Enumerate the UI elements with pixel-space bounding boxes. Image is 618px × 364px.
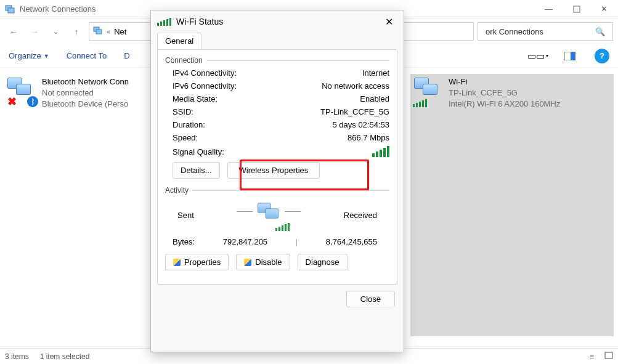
disable-button[interactable]: Disable: [236, 254, 290, 270]
signal-quality-icon: [372, 146, 389, 157]
speed-value: 866.7 Mbps: [348, 133, 389, 142]
search-box[interactable]: ork Connections 🔍: [478, 22, 613, 41]
details-button[interactable]: Details...: [173, 162, 220, 179]
dialog-title-bar: Wi-Fi Status ✕: [151, 10, 404, 33]
diagnose-button[interactable]: Diagnose: [298, 254, 348, 270]
app-icon: [5, 4, 15, 14]
tab-general[interactable]: General: [157, 33, 201, 49]
organize-menu[interactable]: Organize▼: [9, 51, 49, 60]
address-icon: [93, 26, 103, 37]
signal-quality-label: Signal Quality:: [173, 147, 224, 156]
shield-icon: [173, 259, 181, 266]
connect-to-button[interactable]: Connect To: [67, 51, 107, 60]
adapter-device: Bluetooth Device (Perso: [42, 99, 129, 110]
disconnected-x-icon: ✖: [7, 97, 17, 106]
preview-pane-button[interactable]: [563, 49, 577, 63]
dialog-close-button[interactable]: ✕: [380, 13, 397, 30]
section-connection: Connection: [165, 56, 389, 65]
duration-label: Duration:: [173, 120, 205, 129]
status-count: 3 items: [5, 352, 29, 361]
ipv6-label: IPv6 Connectivity:: [173, 81, 237, 91]
close-window-button[interactable]: ✕: [590, 0, 618, 18]
breadcrumb-prefix: «: [107, 28, 110, 35]
adapter-name: Bluetooth Network Conn: [42, 76, 129, 87]
svg-rect-1: [8, 8, 14, 13]
bluetooth-adapter-icon: ✖ ᛒ: [7, 76, 37, 106]
duration-value: 5 days 02:54:53: [332, 120, 389, 129]
ipv4-label: IPv4 Connectivity:: [173, 68, 237, 78]
search-icon: 🔍: [595, 27, 605, 36]
signal-bars-icon: [275, 223, 290, 231]
dialog-title: Wi-Fi Status: [176, 17, 223, 26]
adapter-name: Wi-Fi: [449, 76, 560, 87]
bytes-label: Bytes:: [173, 237, 195, 246]
breadcrumb-item[interactable]: Net: [114, 27, 126, 36]
view-large-icon[interactable]: [604, 352, 613, 361]
bluetooth-icon: ᛒ: [27, 96, 38, 107]
received-label: Received: [344, 211, 377, 220]
received-bytes: 8,764,245,655: [326, 237, 377, 246]
dialog-pane: Connection IPv4 Connectivity:Internet IP…: [157, 49, 397, 285]
adapter-wifi[interactable]: Wi-Fi TP-Link_CCFE_5G Intel(R) Wi-Fi 6 A…: [410, 74, 614, 336]
forward-button[interactable]: →: [26, 23, 43, 40]
minimize-button[interactable]: —: [535, 0, 563, 18]
sent-bytes: 792,847,205: [223, 237, 267, 246]
svg-rect-6: [571, 52, 575, 60]
bytes-row: Bytes: 792,847,205 | 8,764,245,655: [173, 237, 377, 246]
ssid-label: SSID:: [173, 107, 193, 116]
svg-rect-7: [605, 352, 612, 358]
help-button[interactable]: ?: [595, 49, 609, 63]
maximize-button[interactable]: [563, 0, 590, 18]
speed-label: Speed:: [173, 133, 198, 142]
recent-dropdown[interactable]: ⌄: [47, 23, 64, 40]
wireless-properties-button[interactable]: Wireless Properties: [227, 162, 320, 179]
adapter-device: Intel(R) Wi-Fi 6 AX200 160MHz: [449, 99, 560, 110]
signal-bars-icon: [157, 18, 171, 26]
sent-label: Sent: [177, 211, 194, 220]
properties-button[interactable]: Properties: [165, 254, 229, 270]
up-button[interactable]: ↑: [68, 23, 85, 40]
adapter-status: TP-Link_CCFE_5G: [449, 87, 560, 99]
close-button[interactable]: Close: [346, 291, 395, 307]
ipv6-value: No network access: [322, 81, 389, 91]
svg-rect-4: [96, 30, 102, 34]
ipv4-value: Internet: [362, 68, 389, 78]
activity-icon: [258, 202, 280, 220]
media-state-label: Media State:: [173, 94, 218, 103]
media-state-value: Enabled: [360, 94, 389, 103]
adapter-status: Not connected: [42, 87, 129, 99]
view-menu[interactable]: ▭▭▾: [531, 49, 545, 63]
section-activity: Activity: [165, 186, 389, 195]
shield-icon: [244, 259, 251, 266]
wifi-status-dialog: Wi-Fi Status ✕ General Connection IPv4 C…: [150, 10, 404, 352]
toolbar-extra[interactable]: D: [124, 51, 129, 60]
svg-rect-2: [574, 6, 580, 12]
ssid-value: TP-Link_CCFE_5G: [320, 107, 389, 116]
wifi-adapter-icon: [414, 76, 444, 106]
signal-bars-icon: [413, 99, 427, 107]
breadcrumb-suffix: ork Connections: [486, 27, 543, 36]
back-button[interactable]: ←: [5, 23, 22, 40]
bytes-separator: |: [296, 237, 298, 246]
view-details-icon[interactable]: ≡: [590, 352, 593, 361]
activity-header: Sent —— —— Received: [177, 200, 377, 231]
status-selected: 1 item selected: [40, 352, 90, 361]
